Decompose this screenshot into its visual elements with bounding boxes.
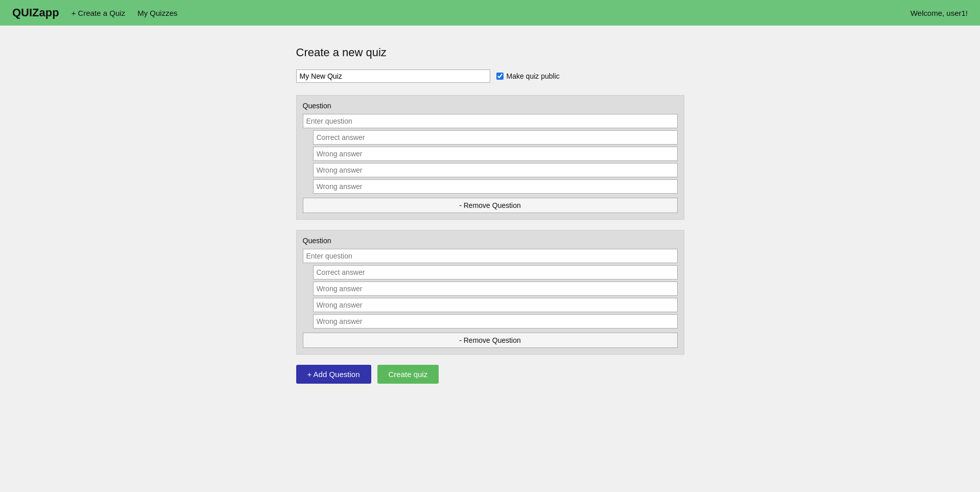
create-quiz-button[interactable]: Create quiz <box>377 365 439 384</box>
answers-block <box>303 130 678 194</box>
wrong-answer-input[interactable] <box>313 179 678 194</box>
quiz-name-row: Make quiz public <box>296 69 684 83</box>
remove-question-button[interactable]: - Remove Question <box>303 198 678 213</box>
main-content: Create a new quiz Make quiz public Quest… <box>286 26 695 404</box>
navbar-left: QUIZapp + Create a Quiz My Quizzes <box>12 6 178 19</box>
question-block: Question- Remove Question <box>296 230 684 355</box>
wrong-answer-input[interactable] <box>313 298 678 312</box>
quiz-name-input[interactable] <box>296 69 490 83</box>
remove-question-button[interactable]: - Remove Question <box>303 333 678 348</box>
question-label: Question <box>303 237 678 245</box>
wrong-answer-input[interactable] <box>313 282 678 296</box>
my-quizzes-link[interactable]: My Quizzes <box>137 9 177 17</box>
create-quiz-link[interactable]: + Create a Quiz <box>71 9 125 17</box>
wrong-answer-input[interactable] <box>313 314 678 329</box>
add-question-button[interactable]: + Add Question <box>296 365 371 384</box>
page-title: Create a new quiz <box>296 46 684 59</box>
wrong-answer-input[interactable] <box>313 147 678 161</box>
correct-answer-input[interactable] <box>313 130 678 145</box>
question-label: Question <box>303 102 678 110</box>
wrong-answer-input[interactable] <box>313 163 678 177</box>
navbar-brand[interactable]: QUIZapp <box>12 6 59 19</box>
question-text-input[interactable] <box>303 249 678 263</box>
questions-container: Question- Remove QuestionQuestion- Remov… <box>296 95 684 355</box>
question-text-input[interactable] <box>303 114 678 128</box>
navbar-welcome-text: Welcome, user1! <box>911 9 968 17</box>
answers-block <box>303 265 678 329</box>
make-public-label[interactable]: Make quiz public <box>496 72 560 80</box>
bottom-buttons: + Add Question Create quiz <box>296 365 684 384</box>
question-block: Question- Remove Question <box>296 95 684 220</box>
make-public-checkbox[interactable] <box>496 73 504 80</box>
navbar: QUIZapp + Create a Quiz My Quizzes Welco… <box>0 0 980 26</box>
make-public-text: Make quiz public <box>507 72 560 80</box>
correct-answer-input[interactable] <box>313 265 678 279</box>
